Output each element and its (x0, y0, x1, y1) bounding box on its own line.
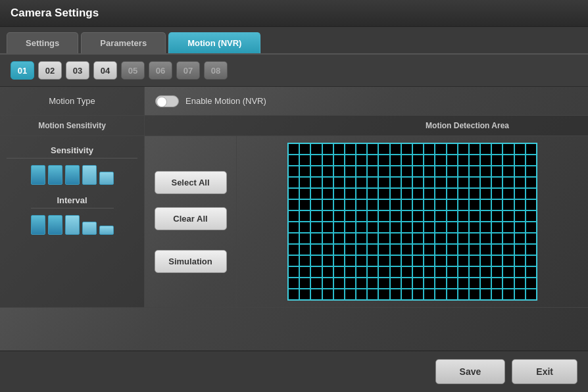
grid-cell[interactable] (401, 177, 412, 188)
grid-cell[interactable] (310, 188, 322, 199)
grid-cell[interactable] (491, 199, 502, 210)
grid-cell[interactable] (367, 278, 378, 289)
interval-slider-4[interactable] (82, 222, 97, 235)
grid-cell[interactable] (367, 266, 378, 278)
grid-cell[interactable] (322, 177, 333, 188)
grid-cell[interactable] (526, 177, 537, 188)
grid-cell[interactable] (299, 222, 310, 233)
grid-cell[interactable] (401, 244, 412, 255)
cam-btn-03[interactable]: 03 (66, 61, 89, 80)
grid-cell[interactable] (299, 199, 310, 210)
grid-cell[interactable] (458, 166, 469, 177)
grid-cell[interactable] (469, 188, 480, 199)
grid-cell[interactable] (502, 177, 514, 188)
interval-slider-5[interactable] (99, 226, 114, 235)
grid-cell[interactable] (469, 143, 480, 155)
grid-cell[interactable] (288, 278, 299, 289)
grid-cell[interactable] (514, 222, 526, 233)
grid-cell[interactable] (401, 155, 412, 166)
grid-cell[interactable] (526, 143, 537, 155)
grid-cell[interactable] (526, 199, 537, 210)
grid-cell[interactable] (491, 244, 502, 255)
grid-cell[interactable] (299, 188, 310, 199)
grid-cell[interactable] (435, 233, 446, 244)
grid-cell[interactable] (378, 143, 389, 155)
grid-cell[interactable] (401, 255, 412, 266)
grid-cell[interactable] (480, 143, 491, 155)
grid-cell[interactable] (447, 255, 458, 266)
grid-cell[interactable] (469, 199, 480, 210)
grid-cell[interactable] (378, 166, 389, 177)
grid-cell[interactable] (514, 155, 526, 166)
grid-cell[interactable] (288, 210, 299, 222)
grid-cell[interactable] (526, 222, 537, 233)
grid-cell[interactable] (491, 233, 502, 244)
grid-cell[interactable] (401, 143, 412, 155)
grid-cell[interactable] (469, 155, 480, 166)
grid-cell[interactable] (356, 210, 367, 222)
grid-cell[interactable] (378, 199, 389, 210)
grid-cell[interactable] (502, 155, 514, 166)
tab-parameters[interactable]: Parameters (81, 32, 166, 53)
interval-slider-3[interactable] (65, 215, 80, 235)
grid-cell[interactable] (299, 255, 310, 266)
grid-cell[interactable] (424, 143, 435, 155)
grid-cell[interactable] (401, 188, 412, 199)
grid-cell[interactable] (345, 155, 356, 166)
grid-cell[interactable] (288, 188, 299, 199)
sensitivity-slider-3[interactable] (65, 165, 80, 185)
grid-cell[interactable] (424, 278, 435, 289)
grid-cell[interactable] (356, 222, 367, 233)
grid-cell[interactable] (333, 222, 345, 233)
grid-cell[interactable] (322, 266, 333, 278)
grid-cell[interactable] (502, 166, 514, 177)
motion-detection-grid[interactable] (287, 143, 537, 301)
grid-cell[interactable] (390, 210, 401, 222)
grid-cell[interactable] (491, 222, 502, 233)
grid-cell[interactable] (412, 166, 424, 177)
grid-cell[interactable] (378, 278, 389, 289)
grid-cell[interactable] (299, 166, 310, 177)
grid-cell[interactable] (288, 155, 299, 166)
grid-cell[interactable] (322, 155, 333, 166)
grid-cell[interactable] (333, 289, 345, 300)
grid-cell[interactable] (401, 233, 412, 244)
grid-cell[interactable] (435, 188, 446, 199)
grid-cell[interactable] (345, 177, 356, 188)
grid-cell[interactable] (390, 177, 401, 188)
grid-cell[interactable] (367, 255, 378, 266)
grid-cell[interactable] (447, 244, 458, 255)
grid-cell[interactable] (458, 233, 469, 244)
grid-cell[interactable] (288, 166, 299, 177)
grid-cell[interactable] (469, 278, 480, 289)
grid-cell[interactable] (435, 266, 446, 278)
grid-cell[interactable] (514, 255, 526, 266)
tab-motion-nvr[interactable]: Motion (NVR) (168, 32, 260, 53)
grid-cell[interactable] (333, 210, 345, 222)
grid-cell[interactable] (424, 255, 435, 266)
grid-cell[interactable] (378, 210, 389, 222)
grid-cell[interactable] (435, 199, 446, 210)
grid-cell[interactable] (435, 278, 446, 289)
grid-cell[interactable] (401, 278, 412, 289)
cam-btn-01[interactable]: 01 (11, 61, 34, 80)
grid-cell[interactable] (412, 188, 424, 199)
grid-cell[interactable] (435, 289, 446, 300)
grid-cell[interactable] (447, 266, 458, 278)
grid-cell[interactable] (310, 278, 322, 289)
sensitivity-slider-2[interactable] (48, 165, 62, 185)
grid-cell[interactable] (491, 143, 502, 155)
grid-cell[interactable] (424, 166, 435, 177)
sensitivity-slider-5[interactable] (99, 172, 114, 185)
grid-cell[interactable] (526, 166, 537, 177)
grid-cell[interactable] (424, 199, 435, 210)
sensitivity-slider-4[interactable] (82, 165, 97, 185)
grid-cell[interactable] (435, 143, 446, 155)
grid-cell[interactable] (299, 210, 310, 222)
grid-cell[interactable] (514, 166, 526, 177)
grid-cell[interactable] (480, 188, 491, 199)
grid-cell[interactable] (356, 255, 367, 266)
grid-cell[interactable] (367, 289, 378, 300)
grid-cell[interactable] (526, 210, 537, 222)
grid-cell[interactable] (345, 233, 356, 244)
